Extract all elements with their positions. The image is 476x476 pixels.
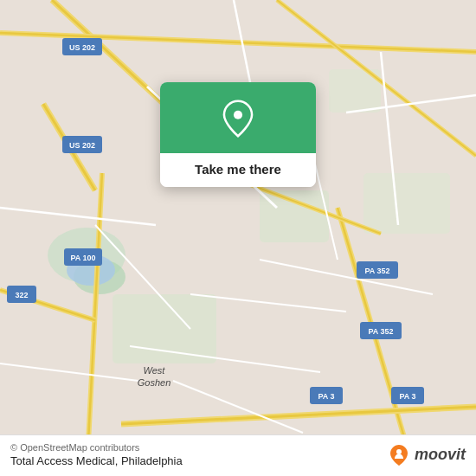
svg-text:PA 100: PA 100 — [70, 254, 95, 262]
moovit-brand-icon — [387, 443, 411, 467]
destination-label: Total Access Medical, Philadelphia — [10, 454, 387, 467]
svg-point-57 — [396, 449, 402, 454]
take-me-there-button[interactable]: Take me there — [160, 153, 316, 187]
popup-green-area — [160, 82, 316, 153]
bottom-bar: © OpenStreetMap contributors Total Acces… — [0, 434, 476, 476]
svg-text:322: 322 — [15, 291, 28, 299]
svg-text:PA 3: PA 3 — [399, 392, 415, 401]
svg-rect-3 — [113, 294, 216, 363]
svg-point-56 — [234, 111, 242, 119]
svg-text:US 202: US 202 — [69, 141, 95, 150]
map-attribution: © OpenStreetMap contributors — [10, 442, 387, 453]
svg-text:West: West — [144, 365, 166, 376]
map-container: US 202 US 202 PA 100 322 PA 352 PA 352 P… — [0, 0, 476, 476]
moovit-text: moovit — [415, 446, 466, 464]
popup-card: Take me there — [160, 82, 316, 187]
svg-text:Goshen: Goshen — [138, 377, 171, 388]
svg-text:US 202: US 202 — [69, 43, 95, 52]
svg-rect-4 — [260, 190, 329, 242]
svg-text:PA 352: PA 352 — [368, 327, 393, 336]
svg-text:PA 352: PA 352 — [364, 267, 389, 275]
location-pin-icon — [219, 100, 257, 138]
moovit-logo: moovit — [387, 443, 466, 467]
svg-rect-6 — [363, 173, 450, 234]
svg-text:PA 3: PA 3 — [318, 392, 334, 401]
